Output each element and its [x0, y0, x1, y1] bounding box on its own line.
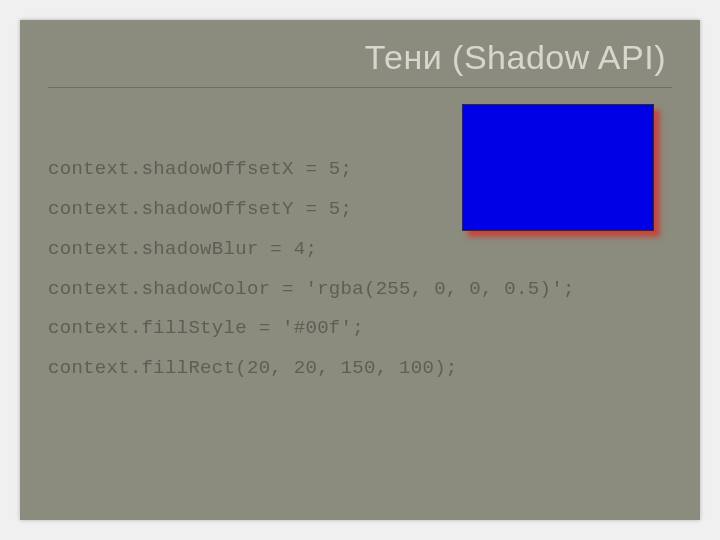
code-line: context.shadowBlur = 4; [48, 238, 317, 260]
code-line: context.shadowOffsetY = 5; [48, 198, 352, 220]
code-line: context.shadowColor = 'rgba(255, 0, 0, 0… [48, 278, 575, 300]
slide: Тени (Shadow API) context.shadowOffsetX … [20, 20, 700, 520]
code-line: context.fillStyle = '#00f'; [48, 317, 364, 339]
demo-box [462, 104, 662, 239]
divider [48, 87, 672, 88]
demo-rect [462, 104, 654, 231]
code-line: context.fillRect(20, 20, 150, 100); [48, 357, 458, 379]
slide-content: context.shadowOffsetX = 5; context.shado… [48, 110, 672, 429]
code-line: context.shadowOffsetX = 5; [48, 158, 352, 180]
slide-title: Тени (Shadow API) [48, 38, 672, 77]
